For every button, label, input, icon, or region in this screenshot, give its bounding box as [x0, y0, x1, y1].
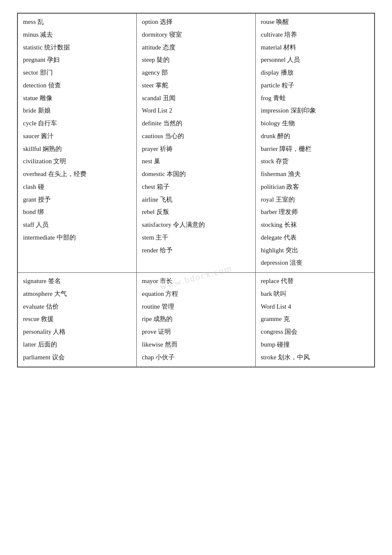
word-item: civilization 文明: [23, 156, 131, 168]
word-item: attitude 态度: [142, 42, 250, 54]
page: www.bdocx.com mess 乱minus 减去statistic 统计…: [0, 0, 392, 380]
word-item: material 材料: [261, 42, 369, 54]
word-item: barrier 障碍，栅栏: [261, 143, 369, 155]
word-item: politician 政客: [261, 181, 369, 193]
word-item: scandal 丑闻: [142, 92, 250, 104]
table-cell-r0-c2: rouse 唤醒cultivate 培养material 材料personnel…: [256, 14, 375, 273]
word-item: ripe 成熟的: [142, 313, 250, 325]
word-item: staff 人员: [23, 219, 131, 231]
table-cell-r1-c1: mayor 市长equation 方程routine 管理ripe 成熟的pro…: [137, 273, 256, 367]
word-item: Word List 4: [261, 301, 369, 313]
word-item: prove 证明: [142, 326, 250, 338]
vocabulary-table-container: mess 乱minus 减去statistic 统计数据pregnant 孕妇s…: [17, 13, 375, 367]
word-item: chap 小伙子: [142, 352, 250, 364]
table-row: signature 签名atmosphere 大气evaluate 估价resc…: [18, 273, 375, 367]
word-item: minus 减去: [23, 29, 131, 41]
word-item: parliament 议会: [23, 352, 131, 364]
word-item: atmosphere 大气: [23, 288, 131, 300]
word-item: mess 乱: [23, 16, 131, 28]
table-cell-r0-c1: option 选择dormitory 寝室attitude 态度steep 陡的…: [137, 14, 256, 273]
word-item: barber 理发师: [261, 206, 369, 218]
word-item: royal 王室的: [261, 194, 369, 206]
table-cell-r1-c0: signature 签名atmosphere 大气evaluate 估价resc…: [18, 273, 137, 367]
word-item: bump 碰撞: [261, 339, 369, 351]
word-item: stroke 划水，中风: [261, 352, 369, 364]
word-item: particle 粒子: [261, 80, 369, 92]
word-item: frog 青蛙: [261, 92, 369, 104]
word-item: saucer 酱汁: [23, 130, 131, 142]
word-item: replace 代替: [261, 275, 369, 287]
word-item: personnel 人员: [261, 54, 369, 66]
word-item: stem 主干: [142, 232, 250, 244]
word-item: cycle 自行车: [23, 118, 131, 130]
word-item: agency 部: [142, 67, 250, 79]
word-item: rebel 反叛: [142, 206, 250, 218]
word-item: equation 方程: [142, 288, 250, 300]
word-item: Word List 2: [142, 105, 250, 117]
word-item: cultivate 培养: [261, 29, 369, 41]
word-item: statistic 统计数据: [23, 42, 131, 54]
word-item: satisfactory 令人满意的: [142, 219, 250, 231]
word-item: nest 巢: [142, 156, 250, 168]
word-item: signature 签名: [23, 275, 131, 287]
word-item: domestic 本国的: [142, 168, 250, 180]
word-item: cautious 当心的: [142, 130, 250, 142]
word-item: impression 深刻印象: [261, 105, 369, 117]
word-item: stock 存货: [261, 156, 369, 168]
word-item: steer 掌舵: [142, 80, 250, 92]
word-item: depression 沮丧: [261, 257, 369, 269]
word-item: biology 生物: [261, 118, 369, 130]
word-item: likewise 然而: [142, 339, 250, 351]
word-item: personality 人格: [23, 326, 131, 338]
word-item: grant 授予: [23, 194, 131, 206]
word-item: prayer 祈祷: [142, 143, 250, 155]
word-item: definite 当然的: [142, 118, 250, 130]
word-item: steep 陡的: [142, 54, 250, 66]
word-item: airline 飞机: [142, 194, 250, 206]
word-item: fisherman 渔夫: [261, 168, 369, 180]
word-item: highlight 突出: [261, 245, 369, 257]
word-item: render 给予: [142, 245, 250, 257]
word-item: bark 吠叫: [261, 288, 369, 300]
word-item: dormitory 寝室: [142, 29, 250, 41]
word-item: intermediate 中部的: [23, 232, 131, 244]
word-item: rouse 唤醒: [261, 16, 369, 28]
word-item: drunk 醉的: [261, 130, 369, 142]
word-item: pregnant 孕妇: [23, 54, 131, 66]
word-item: sector 部门: [23, 67, 131, 79]
word-item: rescue 救援: [23, 313, 131, 325]
word-item: latter 后面的: [23, 339, 131, 351]
word-item: overhead 在头上，经费: [23, 168, 131, 180]
word-item: detection 侦查: [23, 80, 131, 92]
word-item: delegate 代表: [261, 232, 369, 244]
table-cell-r0-c0: mess 乱minus 减去statistic 统计数据pregnant 孕妇s…: [18, 14, 137, 273]
word-item: clash 碰: [23, 181, 131, 193]
word-item: bride 新娘: [23, 105, 131, 117]
word-item: congress 国会: [261, 326, 369, 338]
table-row: mess 乱minus 减去statistic 统计数据pregnant 孕妇s…: [18, 14, 375, 273]
word-item: chest 箱子: [142, 181, 250, 193]
word-item: display 播放: [261, 67, 369, 79]
word-item: statue 雕像: [23, 92, 131, 104]
word-item: stocking 长袜: [261, 219, 369, 231]
word-item: evaluate 估价: [23, 301, 131, 313]
word-item: bond 绑: [23, 206, 131, 218]
word-item: skillful 娴熟的: [23, 143, 131, 155]
word-item: gramme 克: [261, 313, 369, 325]
table-cell-r1-c2: replace 代替bark 吠叫Word List 4gramme 克cong…: [256, 273, 375, 367]
word-item: option 选择: [142, 16, 250, 28]
vocabulary-table: mess 乱minus 减去statistic 统计数据pregnant 孕妇s…: [17, 13, 375, 367]
word-item: mayor 市长: [142, 275, 250, 287]
word-item: routine 管理: [142, 301, 250, 313]
